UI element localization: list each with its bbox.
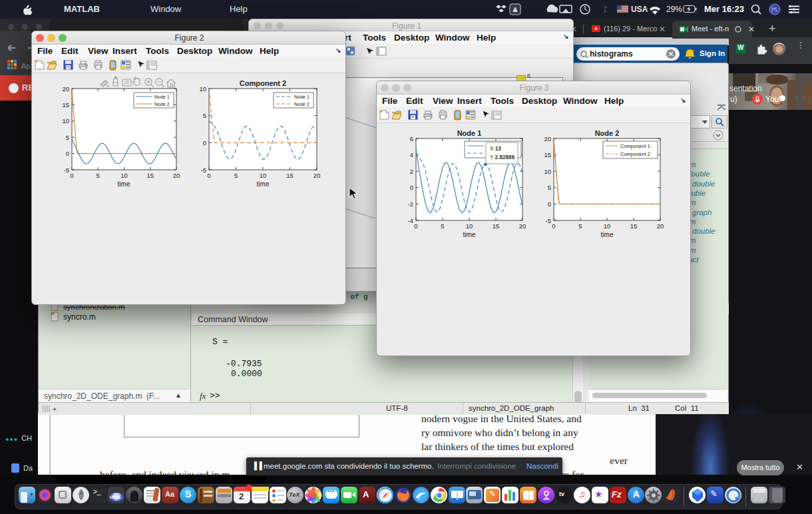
svg-text:Node 2: Node 2 [595,129,620,137]
svg-text:0: 0 [552,222,555,230]
svg-text:10: 10 [544,168,551,175]
svg-text:Component 2: Component 2 [620,151,650,157]
svg-text:5: 5 [548,184,551,191]
svg-text:time: time [463,231,476,238]
svg-text:15: 15 [630,222,638,230]
svg-text:10: 10 [604,222,611,230]
svg-text:15: 15 [544,151,551,158]
svg-text:5: 5 [441,222,444,230]
svg-text:2: 2 [410,168,413,175]
svg-text:-4: -4 [408,217,413,224]
svg-text:Y 2.82886: Y 2.82886 [490,154,515,160]
svg-text:0: 0 [548,200,551,208]
svg-text:Component 1: Component 1 [620,143,650,149]
svg-text:4: 4 [410,151,413,158]
svg-text:time: time [601,231,614,238]
svg-text:0: 0 [414,222,417,230]
svg-text:15: 15 [493,222,500,230]
svg-text:X 13: X 13 [490,146,501,152]
svg-text:10: 10 [466,222,473,230]
svg-text:0: 0 [410,184,413,191]
svg-text:Node 1: Node 1 [457,129,482,137]
svg-text:20: 20 [519,222,526,230]
svg-text:20: 20 [544,135,551,142]
svg-text:20: 20 [657,222,664,230]
svg-text:-5: -5 [546,217,551,224]
svg-text:5: 5 [578,222,582,230]
svg-text:6: 6 [410,135,413,142]
svg-text:-2: -2 [408,200,413,208]
